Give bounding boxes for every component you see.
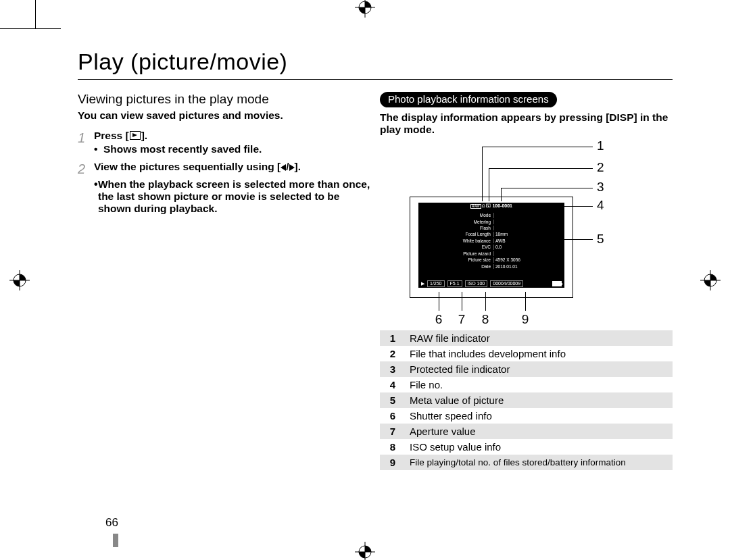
legend-number: 6	[380, 408, 406, 424]
legend-row: 6Shutter speed info	[380, 408, 673, 424]
meta-table: ModeMeteringFlashFocal Length18mmWhite b…	[447, 211, 535, 270]
step-1-suffix: ].	[141, 130, 147, 141]
nav-left-icon	[281, 164, 286, 171]
legend-number: 5	[380, 392, 406, 408]
callout-5: 5	[597, 232, 604, 247]
step-2-suffix: ].	[295, 161, 301, 172]
legend-number: 9	[380, 455, 406, 470]
meta-value: 4592 X 3056	[493, 257, 534, 262]
legend-description: RAW file indicator	[406, 330, 673, 346]
legend-description: ISO setup value info	[406, 439, 673, 455]
callout-1: 1	[597, 138, 604, 153]
crop-mark-horizontal	[0, 28, 61, 29]
meta-label: Metering	[449, 220, 492, 224]
play-triangle-icon: ▶	[421, 281, 424, 286]
intro-text: You can view saved pictures and movies.	[78, 109, 370, 122]
meta-label: Mode	[449, 213, 492, 218]
file-number: 100-0001	[492, 203, 512, 208]
callout-3: 3	[597, 180, 604, 195]
camera-display-screen: RAW ⎙ ⚿ 100-0001 ModeMeteringFlashFocal …	[418, 203, 564, 288]
registration-mark-bottom	[355, 542, 375, 560]
registration-mark-top	[355, 0, 375, 18]
nav-right-icon	[289, 164, 295, 171]
step-2-prefix: View the pictures sequentially using [	[94, 161, 281, 172]
display-diagram: 1 2 3 4 5 6 7 8 9 RAW ⎙ ⚿ 100-0001	[380, 138, 673, 328]
shutter-speed: 1/250	[427, 280, 445, 287]
legend-table: 1RAW file indicator2File that includes d…	[380, 330, 673, 470]
registration-mark-left	[9, 270, 30, 290]
callout-2: 2	[597, 160, 604, 175]
legend-description: Shutter speed info	[406, 408, 673, 424]
step-2: 2 View the pictures sequentially using […	[78, 161, 370, 177]
step-number: 1	[78, 130, 94, 155]
legend-row: 1RAW file indicator	[380, 330, 673, 346]
meta-value: AWB	[493, 238, 534, 243]
registration-mark-right	[700, 270, 721, 290]
left-column: Viewing pictures in the play mode You ca…	[78, 92, 380, 470]
legend-row: 7Aperture value	[380, 424, 673, 439]
legend-number: 2	[380, 346, 406, 361]
meta-value	[493, 226, 534, 230]
page-thumb-mark	[113, 534, 118, 547]
aperture-value: F5.1	[447, 280, 462, 287]
legend-row: 3Protected file indicator	[380, 361, 673, 377]
legend-number: 4	[380, 377, 406, 392]
raw-indicator-icon: RAW	[470, 204, 481, 209]
legend-number: 8	[380, 439, 406, 455]
legend-number: 7	[380, 424, 406, 439]
display-bottom-row: ▶ 1/250 F5.1 ISO 100 00004/00009	[418, 280, 564, 288]
crop-mark-vertical	[35, 0, 36, 28]
legend-row: 5Meta value of picture	[380, 392, 673, 408]
meta-label: White balance	[449, 238, 492, 243]
file-counter: 00004/00009	[490, 280, 523, 287]
legend-description: Protected file indicator	[406, 361, 673, 377]
meta-value	[493, 220, 534, 224]
legend-description: Meta value of picture	[406, 392, 673, 408]
legend-row: 8ISO setup value info	[380, 439, 673, 455]
legend-description: File playing/total no. of files stored/b…	[406, 455, 673, 470]
legend-row: 4File no.	[380, 377, 673, 392]
meta-label: EVC	[449, 245, 492, 249]
step-1-prefix: Press [	[94, 130, 129, 141]
callout-7: 7	[455, 312, 468, 327]
right-intro-text: The display information appears by press…	[380, 111, 673, 136]
play-icon	[130, 131, 141, 140]
bullet-dot: •	[94, 143, 103, 155]
legend-description: File that includes development info	[406, 346, 673, 361]
step-2-bullet-text: When the playback screen is selected mor…	[98, 178, 370, 215]
meta-value: 18mm	[493, 232, 534, 236]
page-title: Play (picture/movie)	[78, 49, 673, 80]
legend-row: 2File that includes development info	[380, 346, 673, 361]
legend-description: Aperture value	[406, 424, 673, 439]
step-2-bullet-wrap: • When the playback screen is selected m…	[78, 178, 370, 215]
callout-9: 9	[518, 312, 532, 327]
callout-8: 8	[479, 312, 492, 327]
legend-description: File no.	[406, 377, 673, 392]
legend-row: 9File playing/total no. of files stored/…	[380, 455, 673, 470]
meta-label: Flash	[449, 226, 492, 230]
meta-value	[493, 213, 534, 218]
display-top-row: RAW ⎙ ⚿ 100-0001	[418, 203, 564, 209]
iso-value: ISO 100	[465, 280, 488, 287]
step-number: 2	[78, 161, 94, 177]
meta-label: Picture wizard	[449, 251, 492, 256]
battery-icon	[552, 281, 562, 286]
meta-value: 2010.01.01	[493, 264, 534, 269]
printer-icon: ⎙	[482, 203, 485, 208]
callout-4: 4	[597, 198, 604, 213]
meta-value	[493, 251, 534, 256]
right-column: Photo playback information screens The d…	[380, 92, 673, 470]
camera-display-frame: RAW ⎙ ⚿ 100-0001 ModeMeteringFlashFocal …	[410, 197, 573, 298]
page-number: 66	[105, 516, 118, 530]
step-2-instruction: View the pictures sequentially using [/]…	[94, 161, 370, 173]
meta-label: Focal Length	[449, 232, 492, 236]
meta-label: Picture size	[449, 257, 492, 262]
legend-number: 3	[380, 361, 406, 377]
meta-value: 0.0	[493, 245, 534, 249]
step-1: 1 Press []. • Shows most recently saved …	[78, 130, 370, 155]
step-1-bullet-text: Shows most recently saved file.	[103, 143, 370, 155]
key-icon: ⚿	[486, 203, 491, 208]
step-1-instruction: Press [].	[94, 130, 370, 142]
legend-number: 1	[380, 330, 406, 346]
section-pill-photo-playback: Photo playback information screens	[380, 92, 557, 107]
